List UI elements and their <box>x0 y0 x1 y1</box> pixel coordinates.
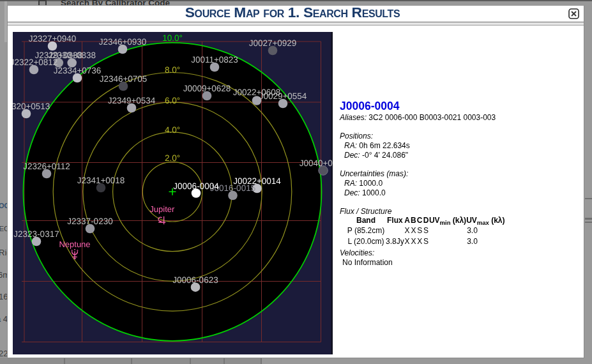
svg-text:J2349+0534: J2349+0534 <box>108 96 156 105</box>
svg-text:J0006-0623: J0006-0623 <box>172 275 218 285</box>
svg-text:J0040+0054: J0040+0054 <box>300 158 333 168</box>
svg-text:J2346+0705: J2346+0705 <box>100 74 148 84</box>
svg-text:J2322+0812: J2322+0812 <box>13 57 57 67</box>
svg-text:J2337-0230: J2337-0230 <box>67 216 112 226</box>
svg-text:J0011+0823: J0011+0823 <box>191 55 238 64</box>
svg-text:J2346+0930: J2346+0930 <box>99 37 147 47</box>
svg-text:8.0°: 8.0° <box>165 65 180 75</box>
svg-text:6.0°: 6.0° <box>165 96 180 105</box>
svg-text:J0029+0554: J0029+0554 <box>259 91 307 101</box>
svg-text:10.0°: 10.0° <box>162 33 183 43</box>
svg-text:J0009+0628: J0009+0628 <box>183 84 231 93</box>
svg-text:J2323-0317: J2323-0317 <box>13 229 59 239</box>
svg-text:Neptune: Neptune <box>59 239 90 249</box>
svg-text:2.0°: 2.0° <box>165 153 180 163</box>
svg-text:4.0°: 4.0° <box>165 125 180 135</box>
svg-text:J2326+0112: J2326+0112 <box>23 162 70 171</box>
svg-text:Jupiter: Jupiter <box>149 204 175 214</box>
svg-text:J2327+0940: J2327+0940 <box>29 34 77 43</box>
svg-text:J0027+0929: J0027+0929 <box>249 38 297 48</box>
svg-text:J0006-0004: J0006-0004 <box>173 181 219 191</box>
svg-text:J2341+0018: J2341+0018 <box>77 176 125 185</box>
svg-text:J2334+0736: J2334+0736 <box>54 66 102 75</box>
svg-text:J0022+0014: J0022+0014 <box>233 176 281 186</box>
svg-text:J2320+0513: J2320+0513 <box>13 102 50 111</box>
